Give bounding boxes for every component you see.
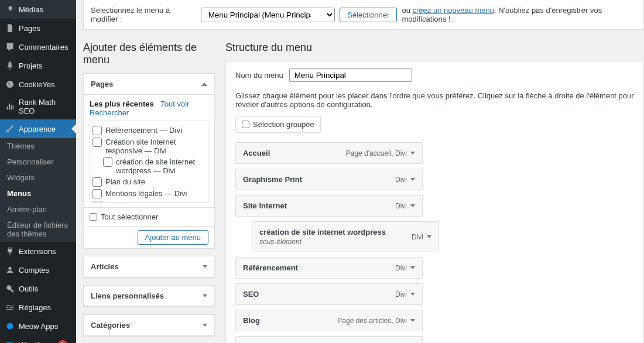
svg-point-0: [6, 81, 13, 88]
sidebar-item[interactable]: Outils: [0, 279, 76, 298]
chevron-down-icon[interactable]: [410, 319, 415, 322]
sidebar-item[interactable]: Médias: [0, 0, 76, 19]
sidebar-item-appearance[interactable]: Apparence: [0, 119, 76, 138]
sidebar-item-label: Apparence: [19, 125, 56, 133]
sidebar-item[interactable]: Pages: [0, 19, 76, 37]
sidebar-subitem[interactable]: Thèmes: [0, 138, 76, 154]
page-icon: [5, 23, 15, 33]
sidebar-item[interactable]: Wordfence1: [0, 335, 76, 343]
plugin-icon: [5, 246, 15, 256]
bulk-select-checkbox[interactable]: [242, 121, 249, 128]
panel-header[interactable]: Catégories: [84, 315, 214, 336]
tab-viewall[interactable]: Tout voir: [160, 100, 189, 108]
page-checkbox[interactable]: [93, 189, 102, 198]
page-checkbox[interactable]: [93, 201, 102, 203]
sidebar-subitem[interactable]: Widgets: [0, 170, 76, 186]
chevron-down-icon[interactable]: [427, 235, 431, 238]
meow-icon: [5, 321, 15, 331]
select-label: Sélectionnez le menu à modifier :: [91, 6, 196, 23]
cookie-icon: [5, 79, 15, 90]
page-checkbox[interactable]: [93, 138, 102, 147]
menu-select[interactable]: Menu Principal (Menu Principal): [201, 8, 335, 22]
sidebar-subitem[interactable]: Éditeur de fichiers des thèmes: [0, 217, 76, 242]
page-list-item: Référencement — Divi: [93, 126, 203, 135]
help-text: Glissez chaque élément pour les placer d…: [235, 91, 634, 109]
structure-title: Structure du menu: [225, 42, 644, 54]
menu-structure-area: Nom du menu Glissez chaque élément pour …: [225, 61, 644, 343]
menu-item[interactable]: création de site internet wordpresssous-…: [252, 221, 439, 252]
chevron-down-icon[interactable]: [410, 266, 415, 269]
wordfence-icon: [5, 339, 15, 343]
menu-item[interactable]: BlogPage des articles, Divi: [235, 310, 423, 331]
svg-point-3: [8, 267, 11, 270]
tab-search[interactable]: Rechercher: [90, 108, 129, 117]
sidebar-item[interactable]: CookieYes: [0, 75, 76, 94]
tab-recent[interactable]: Les plus récentes: [90, 100, 154, 108]
svg-point-2: [10, 85, 11, 86]
select-button[interactable]: Sélectionner: [340, 8, 397, 22]
user-icon: [5, 265, 15, 275]
menu-select-bar: Sélectionnez le menu à modifier : Menu P…: [83, 0, 644, 30]
panel-header[interactable]: Articles: [84, 256, 214, 277]
chevron-down-icon[interactable]: [410, 204, 415, 207]
sidebar-subitem[interactable]: Menus: [0, 186, 76, 201]
chevron-up-icon: [201, 83, 207, 86]
chevron-down-icon[interactable]: [410, 152, 415, 155]
menu-items-list: AccueilPage d'accueil, DiviGraphisme Pri…: [235, 142, 634, 343]
pages-panel-header[interactable]: Pages: [84, 74, 214, 95]
badge: 1: [58, 340, 67, 343]
sidebar-item[interactable]: Commentaires: [0, 37, 76, 56]
brush-icon: [5, 124, 15, 134]
sidebar-submenu: ThèmesPersonnaliserWidgetsMenusArrière-p…: [0, 138, 76, 242]
media-icon: [5, 4, 15, 15]
page-list-item: création de site internet wordpress — Di…: [103, 157, 203, 175]
svg-point-4: [7, 323, 13, 330]
chevron-down-icon[interactable]: [410, 178, 415, 181]
sidebar-item[interactable]: Meow Apps: [0, 317, 76, 335]
page-checkbox[interactable]: [103, 157, 112, 167]
sidebar-item[interactable]: Rank Math SEO: [0, 94, 76, 119]
menu-name-label: Nom du menu: [235, 71, 283, 80]
menu-item[interactable]: SEODivi: [235, 283, 423, 305]
comment-icon: [5, 42, 15, 52]
sidebar-item[interactable]: Comptes: [0, 260, 76, 279]
bulk-select[interactable]: Sélection groupée: [235, 116, 321, 133]
or-text: ou créez un nouveau menu. N'oubliez pas …: [402, 6, 636, 23]
chevron-down-icon: [203, 294, 207, 297]
page-list-item: Plan du site: [93, 177, 203, 187]
sliders-icon: [5, 302, 15, 313]
add-to-menu-button[interactable]: Ajouter au menu: [138, 230, 208, 245]
create-menu-link[interactable]: créez un nouveau menu: [413, 6, 494, 15]
add-items-title: Ajouter des éléments de menu: [83, 42, 215, 66]
main-content: Sélectionnez le menu à modifier : Menu P…: [76, 0, 644, 343]
menu-item[interactable]: ContactDivi: [235, 336, 423, 343]
chevron-down-icon: [203, 265, 207, 268]
menu-item[interactable]: Graphisme PrintDivi: [235, 169, 423, 190]
sidebar-item[interactable]: Projets: [0, 56, 76, 75]
sidebar-item[interactable]: Extensions: [0, 242, 76, 260]
menu-item[interactable]: RéférencementDivi: [235, 257, 423, 279]
pages-list: Référencement — DiviCréation site Intern…: [90, 121, 208, 203]
page-checkbox[interactable]: [93, 126, 102, 135]
admin-sidebar: MédiasPagesCommentairesProjetsCookieYesR…: [0, 0, 76, 343]
select-all-checkbox[interactable]: [90, 213, 97, 221]
svg-point-1: [8, 83, 9, 84]
page-list-item: Graphisme Print — Divi: [93, 201, 203, 203]
chevron-down-icon: [203, 324, 207, 327]
sidebar-subitem[interactable]: Arrière-plan: [0, 201, 76, 217]
page-checkbox[interactable]: [93, 177, 102, 187]
sidebar-subitem[interactable]: Personnaliser: [0, 154, 76, 170]
select-all-row: Tout sélectionner: [84, 207, 214, 226]
pages-panel: Pages Les plus récentes Tout voir Recher…: [83, 73, 215, 249]
menu-name-input[interactable]: [289, 68, 412, 82]
chevron-down-icon[interactable]: [410, 293, 415, 296]
sidebar-item[interactable]: Réglages: [0, 298, 76, 317]
page-list-item: Création site Internet responsive — Divi: [93, 138, 203, 155]
menu-item[interactable]: AccueilPage d'accueil, Divi: [235, 142, 423, 164]
menu-item[interactable]: Site InternetDivi: [235, 195, 423, 217]
panel-header[interactable]: Liens personnalisés: [84, 286, 214, 307]
wrench-icon: [5, 283, 15, 294]
page-list-item: Mentions légales — Divi: [93, 189, 203, 198]
chart-icon: [5, 101, 15, 112]
pin-icon: [5, 60, 15, 71]
